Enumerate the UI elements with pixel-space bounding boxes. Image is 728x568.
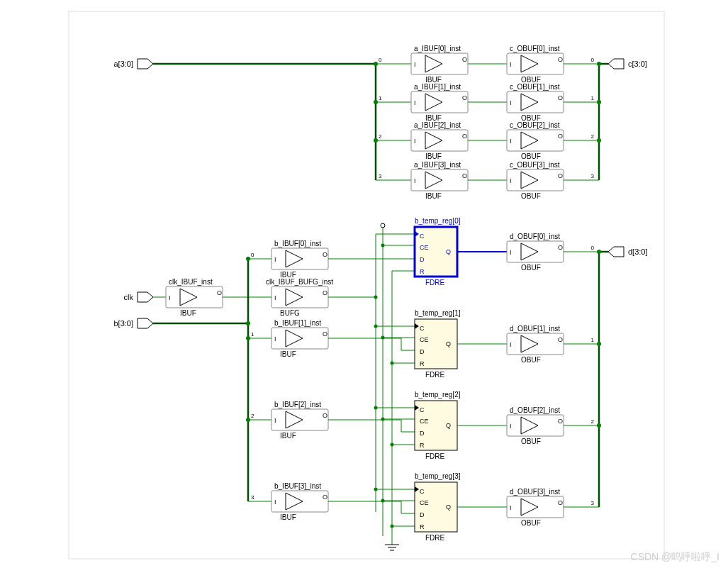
buffer-d-obuf-1[interactable] bbox=[521, 335, 538, 352]
svg-text:I: I bbox=[510, 341, 512, 348]
svg-text:O: O bbox=[558, 94, 563, 101]
svg-text:I: I bbox=[274, 335, 276, 343]
port-a[interactable] bbox=[138, 59, 153, 69]
row-d-obuf-1: I O d_OBUF[1]_inst OBUF 1 bbox=[457, 325, 599, 364]
port-clk[interactable] bbox=[138, 292, 153, 302]
buffer-d-obuf-3[interactable] bbox=[521, 499, 538, 516]
svg-text:FDRE: FDRE bbox=[425, 534, 445, 542]
svg-text:1: 1 bbox=[379, 95, 382, 101]
svg-text:O: O bbox=[462, 172, 467, 179]
svg-text:I: I bbox=[510, 61, 512, 68]
buffer-c-obuf-2[interactable] bbox=[521, 132, 538, 149]
svg-text:I: I bbox=[414, 99, 416, 106]
svg-text:O: O bbox=[217, 289, 222, 296]
svg-text:O: O bbox=[323, 251, 327, 258]
buffer-b-ibuf-3[interactable] bbox=[286, 493, 303, 510]
buffer-clk-ibuf[interactable] bbox=[180, 289, 197, 306]
svg-text:Q: Q bbox=[446, 340, 451, 347]
svg-text:c_OBUF[0]_inst: c_OBUF[0]_inst bbox=[510, 45, 560, 52]
port-d[interactable] bbox=[608, 247, 624, 257]
svg-text:OBUF: OBUF bbox=[521, 264, 541, 272]
svg-point-103 bbox=[374, 488, 378, 491]
svg-text:IBUF: IBUF bbox=[280, 513, 296, 521]
port-clk-label: clk bbox=[124, 293, 134, 301]
svg-text:1: 1 bbox=[251, 331, 254, 338]
svg-text:0: 0 bbox=[591, 245, 595, 251]
svg-text:0: 0 bbox=[591, 57, 595, 63]
svg-text:b_temp_reg[2]: b_temp_reg[2] bbox=[415, 391, 461, 399]
svg-text:a_IBUF[1]_inst: a_IBUF[1]_inst bbox=[414, 83, 461, 91]
fdre-0[interactable]: b_temp_reg[0] C CE D R Q FDRE bbox=[415, 217, 461, 286]
svg-text:FDRE: FDRE bbox=[425, 452, 445, 460]
svg-text:O: O bbox=[558, 336, 563, 343]
buffer-a-ibuf-3[interactable] bbox=[425, 172, 442, 189]
svg-text:b_temp_reg[0]: b_temp_reg[0] bbox=[415, 217, 461, 225]
svg-text:O: O bbox=[323, 494, 327, 501]
buffer-a-ibuf-0[interactable] bbox=[425, 55, 442, 72]
row-b-ibuf-3: 3 I O b_IBUF[3]_inst IBUF bbox=[248, 482, 328, 521]
svg-text:I: I bbox=[169, 294, 171, 301]
port-c[interactable] bbox=[608, 59, 624, 69]
svg-point-71 bbox=[246, 321, 250, 325]
svg-text:0: 0 bbox=[251, 252, 254, 258]
svg-text:c_OBUF[1]_inst: c_OBUF[1]_inst bbox=[510, 83, 560, 91]
buffer-c-obuf-1[interactable] bbox=[521, 94, 538, 111]
svg-point-102 bbox=[374, 406, 378, 410]
svg-text:CE: CE bbox=[420, 418, 429, 425]
svg-text:2: 2 bbox=[591, 418, 595, 425]
svg-text:b_temp_reg[3]: b_temp_reg[3] bbox=[415, 472, 461, 480]
svg-text:I: I bbox=[274, 256, 276, 263]
buffer-clk-bufg[interactable] bbox=[286, 289, 303, 306]
wire-d1 bbox=[328, 338, 415, 350]
svg-text:O: O bbox=[462, 56, 467, 63]
svg-text:O: O bbox=[558, 499, 563, 506]
buffer-c-obuf-0[interactable] bbox=[521, 55, 538, 72]
row-b-ibuf-0: 0 I O b_IBUF[0]_inst IBUF bbox=[248, 240, 328, 279]
svg-text:c_OBUF[2]_inst: c_OBUF[2]_inst bbox=[510, 121, 560, 129]
row-b-ibuf-2: 2 I O b_IBUF[2]_inst IBUF bbox=[248, 401, 328, 440]
buffer-d-obuf-2[interactable] bbox=[521, 417, 538, 434]
port-b[interactable] bbox=[138, 318, 153, 328]
fdre-1[interactable]: b_temp_reg[1] C CE D R Q FDRE bbox=[415, 309, 461, 379]
svg-text:O: O bbox=[323, 412, 327, 419]
svg-text:1: 1 bbox=[591, 337, 595, 343]
svg-text:C: C bbox=[420, 233, 425, 240]
fdre-2[interactable]: b_temp_reg[2] C CE D R Q FDRE bbox=[415, 391, 461, 460]
fdre-3[interactable]: b_temp_reg[3] C CE D R Q FDRE bbox=[415, 472, 461, 542]
buffer-a-ibuf-2[interactable] bbox=[425, 132, 442, 149]
buffer-c-obuf-3[interactable] bbox=[521, 172, 538, 189]
svg-point-100 bbox=[374, 296, 378, 299]
row-a1: 1 I O a_IBUF[1]_inst IBUF I O c_OBUF[1]_… bbox=[376, 83, 599, 122]
svg-text:R: R bbox=[420, 523, 425, 530]
svg-text:D: D bbox=[420, 348, 425, 355]
diagram-border bbox=[69, 11, 664, 559]
svg-text:D: D bbox=[420, 511, 425, 518]
port-a-label: a[3:0] bbox=[113, 60, 133, 68]
svg-text:OBUF: OBUF bbox=[521, 192, 541, 200]
buffer-b-ibuf-1[interactable] bbox=[286, 330, 303, 347]
buffer-b-ibuf-0[interactable] bbox=[286, 250, 303, 267]
buffer-b-ibuf-2[interactable] bbox=[286, 411, 303, 428]
port-c-label: c[3:0] bbox=[628, 60, 647, 68]
svg-text:OBUF: OBUF bbox=[521, 356, 541, 364]
row-a2: 2 I O a_IBUF[2]_inst IBUF I O c_OBUF[2]_… bbox=[376, 121, 599, 160]
svg-text:O: O bbox=[462, 133, 467, 140]
svg-text:a_IBUF[0]_inst: a_IBUF[0]_inst bbox=[414, 45, 461, 52]
svg-point-109 bbox=[391, 443, 394, 447]
row-d-obuf-0: I O d_OBUF[0]_inst OBUF 0 bbox=[457, 233, 599, 272]
buffer-d-obuf-0[interactable] bbox=[521, 243, 538, 260]
svg-text:a_IBUF[3]_inst: a_IBUF[3]_inst bbox=[414, 161, 461, 169]
svg-point-108 bbox=[391, 362, 394, 365]
svg-text:2: 2 bbox=[379, 133, 382, 140]
svg-text:Q: Q bbox=[446, 503, 451, 511]
port-b-label: b[3:0] bbox=[113, 319, 133, 328]
buffer-a-ibuf-1[interactable] bbox=[425, 94, 442, 111]
svg-point-110 bbox=[391, 525, 394, 528]
svg-text:FDRE: FDRE bbox=[425, 279, 445, 286]
svg-text:d_OBUF[0]_inst: d_OBUF[0]_inst bbox=[510, 233, 560, 240]
row-d-obuf-3: I O d_OBUF[3]_inst OBUF 3 bbox=[457, 488, 599, 527]
svg-text:D: D bbox=[420, 430, 425, 437]
svg-text:C: C bbox=[420, 406, 425, 413]
svg-text:C: C bbox=[420, 325, 425, 332]
svg-text:b_temp_reg[1]: b_temp_reg[1] bbox=[415, 309, 461, 317]
